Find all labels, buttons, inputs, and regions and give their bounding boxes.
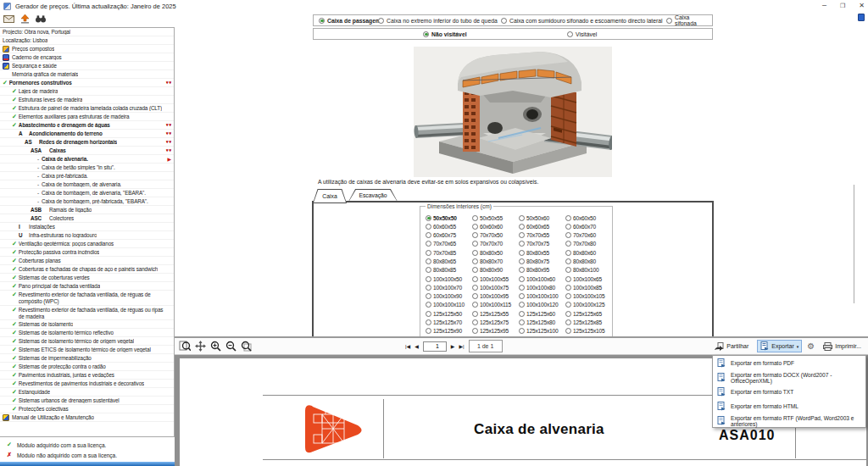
close-button[interactable]: ✕ xyxy=(859,0,865,11)
export-menu-item[interactable]: Exportar em formato DOCX (Word2007 - Off… xyxy=(713,370,865,385)
tree-item[interactable]: ✓Ventilação geotérmica: poços canadianos xyxy=(0,240,174,248)
upload-icon[interactable] xyxy=(20,14,30,24)
tree-item[interactable]: -Caixa pré-fabricada. xyxy=(0,172,174,180)
tree-item[interactable]: ✓Pavimentos industriais, juntas e vedaçõ… xyxy=(0,371,174,380)
help-icon[interactable] xyxy=(858,14,865,21)
export-doc-icon xyxy=(717,358,726,368)
zoom-out-icon[interactable] xyxy=(225,341,236,352)
page-number-input[interactable] xyxy=(423,341,447,352)
company-logo xyxy=(303,402,365,456)
radio-label: 60x60x70 xyxy=(573,224,596,230)
radio-label: 100x100x85 xyxy=(573,285,602,291)
next-page-button[interactable]: ▶ xyxy=(451,343,455,349)
radio-icon xyxy=(565,285,571,291)
tree-item[interactable]: -Caixa de bombagem, de alvenaria. xyxy=(0,180,174,189)
tree-item[interactable]: -Caixa de bombagem, pré-fabricada, "EBAR… xyxy=(0,197,174,206)
binoculars-search-icon[interactable] xyxy=(36,15,46,23)
export-menu-item[interactable]: Exportar em formato RTF (WordPad, Word20… xyxy=(713,413,865,428)
tree-item[interactable]: Segurança e saúde xyxy=(0,62,174,70)
tree-item[interactable]: ASBRamais de ligação xyxy=(0,206,174,214)
tree-item[interactable]: ✓Lajes de madeira xyxy=(0,87,174,96)
mail-icon[interactable] xyxy=(3,15,14,23)
scrollbar[interactable] xyxy=(854,185,854,303)
document-code: ASA010 xyxy=(719,428,775,443)
tree-item[interactable]: Caderno de encargos xyxy=(0,53,174,62)
check-icon: ✓ xyxy=(12,330,17,336)
tab-caixa[interactable]: Caixa xyxy=(313,189,347,203)
tree-item[interactable]: ✓Revestimento exterior de fachada ventil… xyxy=(0,291,174,306)
titlebar: Gerador de preços. Última actualização: … xyxy=(0,0,868,12)
tree-item[interactable]: ✓Pormenores construtivos▼▼ xyxy=(0,79,174,87)
tree-item[interactable]: ✓Pano principal de fachada ventilada xyxy=(0,282,174,291)
first-page-button[interactable]: |◀ xyxy=(405,343,410,349)
tree-item[interactable]: ✓Elementos auxiliares para estruturas de… xyxy=(0,113,174,121)
tree-item[interactable]: Memória gráfica de materiais xyxy=(0,70,174,79)
tree-item-label: Sistemas de isolamento térmico reflectiv… xyxy=(19,330,114,336)
groupbox-title: Dimensões interiores (cm) xyxy=(426,203,493,209)
export-doc-icon xyxy=(717,416,726,425)
tree-item[interactable]: ✓Sistemas de isolamento térmico de orige… xyxy=(0,337,174,346)
radio-label: 70x70x65 xyxy=(433,241,456,247)
tree-item[interactable]: Manual de Utilização e Manutenção xyxy=(0,413,174,422)
tree-item[interactable]: AAcondicionamento do terreno▼▼ xyxy=(0,130,174,138)
tree-item[interactable]: ✓Estanquidade xyxy=(0,388,174,397)
tree-item[interactable]: Localização: Lisboa xyxy=(0,36,174,45)
tree-item[interactable]: ✓Sistemas de coberturas verdes xyxy=(0,274,174,282)
tree-item[interactable]: ✓Sistemas de impermeabilização xyxy=(0,354,174,363)
code-letter: ASA xyxy=(31,147,47,153)
tree-item[interactable]: ✓Estrutura de painel de madeira lamelada… xyxy=(0,104,174,113)
tree-item[interactable]: -Caixa de betão simples "in situ". xyxy=(0,164,174,172)
tree-item[interactable]: ✓Sistemas de isolamento térmico reflecti… xyxy=(0,329,174,337)
tree-item[interactable]: ✓Coberturas planas xyxy=(0,257,174,265)
box-type-option[interactable]: Caixa sifonada xyxy=(666,15,712,25)
tree-item[interactable]: Projecto: Obra nova, Portugal xyxy=(0,28,174,36)
tab-escavacao[interactable]: Escavação xyxy=(348,189,398,202)
zoom-in-icon[interactable] xyxy=(210,341,221,352)
export-menu-item[interactable]: Exportar em formato TXT xyxy=(713,385,865,399)
box-type-option[interactable]: Caixa com sumidouro sifonado e escoament… xyxy=(501,15,663,25)
radio-icon xyxy=(426,267,431,273)
tree-item[interactable]: ✓Sistemas de protecção contra o radão xyxy=(0,363,174,371)
tree-item[interactable]: ✓Protecções colectivas xyxy=(0,405,174,413)
fit-page-icon[interactable] xyxy=(179,340,191,352)
prev-page-button[interactable]: ◀ xyxy=(415,343,419,349)
tree-item[interactable]: ✓Revestimento exterior de fachada ventil… xyxy=(0,306,174,321)
share-button[interactable]: Partilhar xyxy=(711,341,752,352)
tree-item[interactable]: ✓Coberturas e fachadas de chapas de aço … xyxy=(0,265,174,274)
radio-label: 100x100x55 xyxy=(480,276,509,282)
tree-item[interactable]: ✓Sistemas ETICS de isolamento térmico de… xyxy=(0,346,174,354)
last-page-button[interactable]: ▶| xyxy=(459,343,464,349)
tree-item[interactable]: -Caixa de alvenaria.▶ xyxy=(0,155,174,164)
print-button[interactable]: Imprimir... xyxy=(820,341,865,352)
caixa-tab-panel: Dimensões interiores (cm) 50x50x5050x50x… xyxy=(312,201,714,337)
tree-item[interactable]: ✓Revestimentos de pavimentos industriais… xyxy=(0,380,174,388)
tree-item[interactable]: ✓Protecção passiva contra incêndios xyxy=(0,248,174,257)
tree-item[interactable]: Preços compostos xyxy=(0,45,174,53)
zoom-region-icon[interactable] xyxy=(241,341,253,352)
box-type-option[interactable]: Caixa de passagem xyxy=(319,15,381,25)
pan-icon[interactable] xyxy=(195,341,206,352)
visitability-option[interactable]: Visitável xyxy=(567,29,597,39)
radio-label: 100x100x125 xyxy=(573,302,604,308)
tree-item[interactable]: ✓Sistemas de isolamento xyxy=(0,320,174,329)
box-type-option[interactable]: Caixa no extremo inferior do tubo de que… xyxy=(378,15,498,25)
red-expand-icon: ▼▼ xyxy=(165,79,171,87)
tree-item[interactable]: IInstalações xyxy=(0,223,174,231)
export-menu-item[interactable]: Exportar em formato HTML xyxy=(713,399,865,413)
export-button[interactable]: Exportar ▾ xyxy=(757,340,802,352)
tree-item[interactable]: UInfra-estruturas no logradouro xyxy=(0,231,174,240)
visitability-option[interactable]: Não visitável xyxy=(423,29,467,39)
settings-gear-icon[interactable]: ⚙ xyxy=(807,341,815,351)
radio-label: 80x80x80 xyxy=(573,258,596,264)
tree-item[interactable]: ✓Estruturas leves de madeira xyxy=(0,96,174,104)
tree-item[interactable]: -Caixa de bombagem, de alvenaria, "EBARA… xyxy=(0,189,174,197)
tree-item[interactable]: ASACaixas▼▼ xyxy=(0,147,174,155)
tree-item[interactable]: ✓Sistemas urbanos de drenagem sustentáve… xyxy=(0,397,174,405)
radio-label: 100x100x90 xyxy=(433,293,462,299)
maximize-button[interactable]: ❐ xyxy=(840,0,845,11)
export-menu-item[interactable]: Exportar em formato PDF xyxy=(713,356,865,370)
tree-item[interactable]: ASRedes de drenagem horizontais▼▼ xyxy=(0,138,174,147)
tree-item[interactable]: ASCColectores xyxy=(0,214,174,223)
tree-item[interactable]: ✓Abastecimento e drenagem de águas▼▼ xyxy=(0,121,174,130)
minimize-button[interactable]: – xyxy=(822,0,826,11)
